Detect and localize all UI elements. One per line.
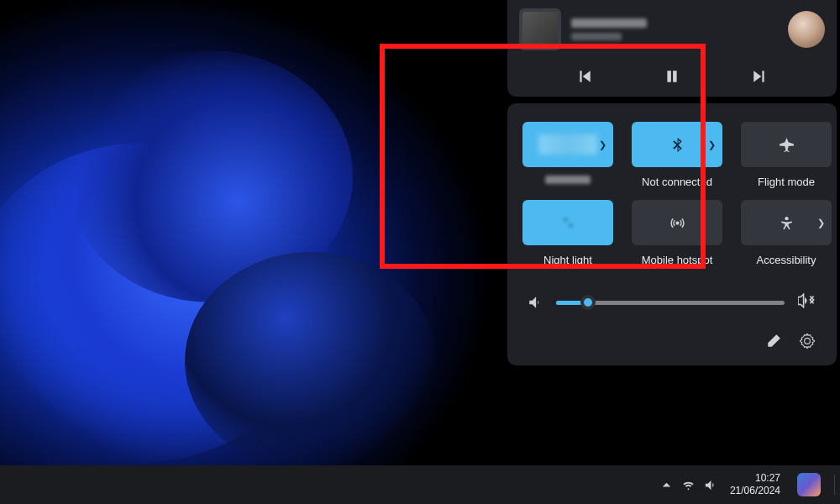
taskbar-separator: [834, 475, 835, 495]
night-light-tile[interactable]: [522, 200, 613, 245]
wifi-icon: [538, 134, 597, 155]
airplane-icon: [780, 138, 794, 152]
media-track-title: [571, 18, 647, 28]
copilot-button[interactable]: [797, 473, 821, 496]
volume-slider[interactable]: [556, 301, 785, 305]
media-source-icon: [788, 11, 825, 48]
taskbar: 10:27 21/06/2024: [0, 465, 840, 504]
accessibility-icon: [780, 216, 794, 230]
mobile-hotspot-label: Mobile hotspot: [642, 254, 713, 266]
bluetooth-icon: [670, 138, 685, 152]
night-light-icon: [562, 217, 574, 228]
clock-date: 21/06/2024: [730, 485, 780, 497]
media-panel: [507, 0, 837, 97]
media-album-art: [519, 8, 561, 50]
chevron-right-icon[interactable]: ❯: [599, 139, 606, 150]
volume-slider-thumb[interactable]: [580, 295, 596, 310]
flight-mode-label: Flight mode: [758, 176, 815, 188]
wifi-tile[interactable]: ❯: [522, 122, 613, 167]
edit-quick-settings-button[interactable]: [766, 333, 781, 352]
mobile-hotspot-tile[interactable]: [632, 200, 722, 245]
clock-time: 10:27: [755, 472, 780, 485]
chevron-right-icon[interactable]: ❯: [708, 139, 716, 150]
media-pause-button[interactable]: [661, 66, 683, 87]
chevron-right-icon[interactable]: ❯: [817, 218, 825, 228]
media-next-button[interactable]: [748, 66, 770, 87]
accessibility-label: Accessibility: [757, 254, 816, 266]
taskbar-clock[interactable]: 10:27 21/06/2024: [723, 472, 787, 497]
volume-icon[interactable]: [528, 295, 543, 310]
night-light-label: Night light: [543, 254, 592, 266]
hotspot-icon: [670, 216, 685, 230]
media-previous-button[interactable]: [574, 66, 596, 87]
accessibility-tile[interactable]: ❯: [741, 200, 832, 245]
svg-point-0: [785, 217, 788, 220]
flight-mode-tile[interactable]: [741, 122, 832, 167]
tray-wifi-icon[interactable]: [680, 479, 698, 491]
bluetooth-label: Not connected: [642, 176, 712, 188]
tray-chevron-up-icon[interactable]: [658, 479, 676, 491]
media-track-artist: [571, 33, 622, 40]
tray-speaker-icon[interactable]: [701, 479, 720, 491]
sound-output-button[interactable]: [798, 293, 816, 312]
wifi-label: [545, 176, 591, 184]
bluetooth-tile[interactable]: ❯: [632, 122, 722, 167]
quick-actions-panel: ❯ ❯ Not connected Flight mode Night ligh…: [507, 103, 837, 365]
settings-button[interactable]: [800, 333, 815, 352]
